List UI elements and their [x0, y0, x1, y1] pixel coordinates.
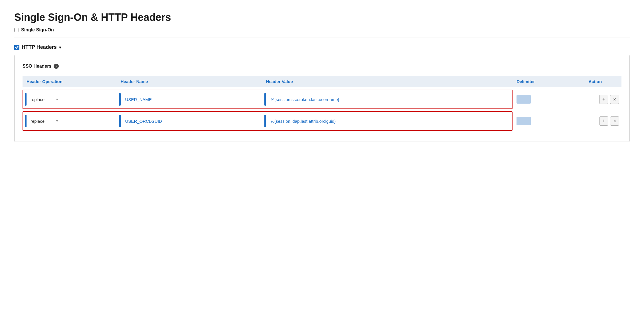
value-cell-1 [262, 90, 513, 109]
value-cell-2 [262, 111, 513, 131]
remove-row-button-1[interactable]: × [610, 95, 619, 104]
sso-headers-label: SSO Headers i [23, 64, 621, 69]
col-delimiter: Delimiter [513, 76, 569, 87]
col-header-name: Header Name [117, 76, 262, 87]
add-row-button-1[interactable]: + [599, 95, 608, 104]
col-header-operation: Header Operation [23, 76, 117, 87]
info-icon[interactable]: i [54, 64, 59, 69]
name-cell-2 [117, 111, 262, 131]
sso-headers-table: Header Operation Header Name Header Valu… [23, 73, 621, 133]
operation-cell-inner-1: replace add remove ▾ [25, 93, 114, 106]
action-cell-2: + × [569, 111, 621, 131]
sso-section: Single Sign-On [14, 27, 630, 33]
delimiter-box-2 [517, 117, 531, 125]
name-cell-inner-2 [119, 115, 260, 127]
col-action: Action [569, 76, 621, 87]
name-cell-inner-1 [119, 93, 260, 106]
col-header-value: Header Value [262, 76, 513, 87]
operation-cell-2: replace add remove ▾ [23, 111, 117, 131]
http-checkbox[interactable] [14, 45, 19, 50]
section-divider [14, 37, 630, 37]
delimiter-box-1 [517, 95, 531, 104]
chevron-down-icon[interactable]: ▾ [59, 45, 61, 50]
action-buttons-1: + × [571, 95, 619, 104]
sso-headers-text: SSO Headers [23, 64, 51, 69]
sso-label[interactable]: Single Sign-On [14, 27, 630, 33]
http-section: HTTP Headers ▾ SSO Headers i Header Oper… [14, 44, 630, 142]
operation-cell-inner-2: replace add remove ▾ [25, 115, 114, 127]
http-label-text: HTTP Headers [22, 44, 57, 50]
operation-select-1[interactable]: replace add remove [28, 95, 60, 104]
add-row-button-2[interactable]: + [599, 116, 608, 126]
blue-bar-name-2 [119, 115, 121, 127]
blue-bar-op-1 [25, 93, 27, 106]
blue-bar-val-1 [264, 93, 266, 106]
delimiter-cell-1 [513, 90, 569, 109]
table-header-row: Header Operation Header Name Header Valu… [23, 76, 621, 87]
action-cell-1: + × [569, 90, 621, 109]
page-title: Single Sign-On & HTTP Headers [14, 11, 630, 23]
operation-select-2[interactable]: replace add remove [28, 116, 60, 126]
action-buttons-2: + × [571, 116, 619, 126]
value-cell-inner-1 [264, 93, 510, 106]
operation-cell-1: replace add remove ▾ [23, 90, 117, 109]
table-row: replace add remove ▾ [23, 90, 621, 109]
header-value-input-1[interactable] [268, 95, 510, 104]
operation-select-wrap-1[interactable]: replace add remove ▾ [28, 95, 60, 104]
blue-bar-val-2 [264, 115, 266, 127]
sso-checkbox[interactable] [14, 28, 19, 32]
name-cell-1 [117, 90, 262, 109]
http-header-label[interactable]: HTTP Headers ▾ [14, 44, 630, 50]
table-row: replace add remove ▾ [23, 111, 621, 131]
header-value-input-2[interactable] [268, 116, 510, 126]
header-name-input-1[interactable] [122, 95, 182, 104]
http-panel: SSO Headers i Header Operation Header Na… [14, 55, 630, 142]
delimiter-cell-2 [513, 111, 569, 131]
operation-select-wrap-2[interactable]: replace add remove ▾ [28, 116, 60, 126]
remove-row-button-2[interactable]: × [610, 116, 619, 126]
blue-bar-op-2 [25, 115, 27, 127]
header-name-input-2[interactable] [122, 116, 182, 126]
sso-label-text: Single Sign-On [21, 27, 54, 33]
value-cell-inner-2 [264, 115, 510, 127]
blue-bar-name-1 [119, 93, 121, 106]
